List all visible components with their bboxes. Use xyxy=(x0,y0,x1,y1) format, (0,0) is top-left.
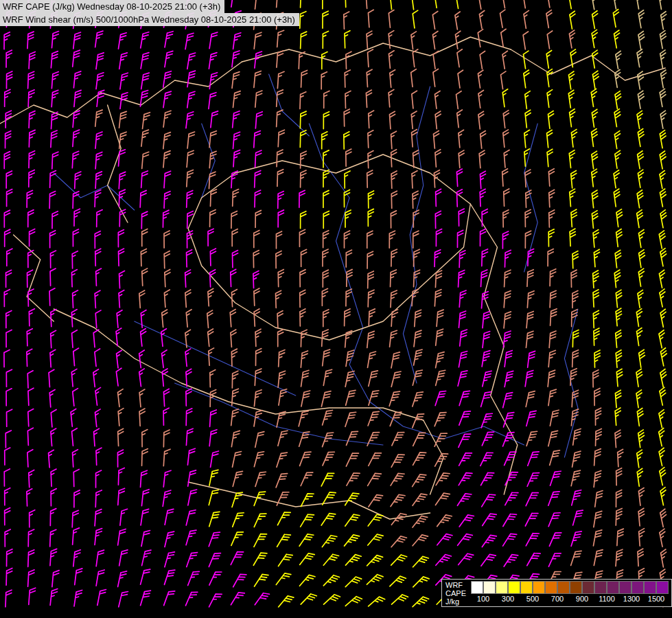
legend-ticks: 100300500700900110013001500 xyxy=(471,594,669,603)
legend-tick-label: 1300 xyxy=(623,595,640,603)
weather-map-canvas xyxy=(0,0,672,618)
map-title-wind-shear: WRF Wind shear (m/s) 500/1000hPa Wednesd… xyxy=(0,13,299,26)
map-title-cape: WRF CAPE (J/kg) Wednesday 08-10-2025 21:… xyxy=(0,0,224,13)
legend-tick-label: 100 xyxy=(477,595,489,603)
legend-tick-label: 1500 xyxy=(648,595,664,603)
legend-tick-label: 700 xyxy=(551,595,564,603)
legend-swatch xyxy=(607,581,619,594)
legend-swatch xyxy=(520,581,533,594)
legend-swatch xyxy=(632,581,644,594)
legend-swatch xyxy=(656,581,669,594)
legend-swatch xyxy=(496,581,508,594)
legend-swatch xyxy=(594,581,607,594)
legend-swatch xyxy=(570,581,582,594)
cape-legend: WRF CAPE J/kg 10030050070090011001300150… xyxy=(441,579,672,607)
legend-swatch xyxy=(619,581,632,594)
legend-swatch xyxy=(582,581,594,594)
legend-tick-label: 1100 xyxy=(599,595,615,603)
legend-swatch xyxy=(545,581,557,594)
legend-swatch xyxy=(557,581,570,594)
legend-swatch xyxy=(483,581,496,594)
legend-param-label: CAPE xyxy=(445,589,466,597)
legend-swatch xyxy=(644,581,656,594)
legend-tick-label: 900 xyxy=(576,595,588,603)
legend-swatch xyxy=(508,581,520,594)
legend-tick-label: 300 xyxy=(502,595,514,603)
legend-swatches xyxy=(471,581,669,594)
legend-swatch xyxy=(471,581,483,594)
legend-tick-label: 500 xyxy=(526,595,539,603)
legend-scale: 100300500700900110013001500 xyxy=(471,581,669,603)
weather-map-page: { "header": { "line1": "WRF CAPE (J/kg) … xyxy=(0,0,672,618)
map-title-block: WRF CAPE (J/kg) Wednesday 08-10-2025 21:… xyxy=(0,0,299,26)
legend-units-label: J/kg xyxy=(445,597,466,606)
legend-model-label: WRF xyxy=(445,581,466,589)
legend-swatch xyxy=(533,581,545,594)
legend-title: WRF CAPE J/kg xyxy=(445,581,466,606)
